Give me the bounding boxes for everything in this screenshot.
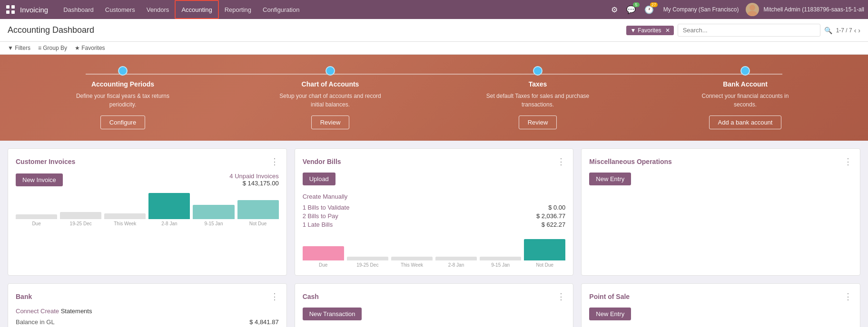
filter-tag: ▼ Favorites ✕: [626, 26, 673, 35]
page-title: Accounting Dashboard: [8, 25, 94, 35]
setup-steps: Accounting Periods Define your fiscal ye…: [19, 66, 849, 129]
chart-bar-5: [193, 205, 234, 219]
nav-accounting[interactable]: Accounting: [175, 0, 218, 19]
customer-invoices-menu[interactable]: ⋮: [270, 156, 279, 167]
balance-amount: $ 4,841.87: [249, 318, 278, 326]
vendor-bills-header: Vendor Bills ⋮: [303, 156, 566, 167]
favorites-button[interactable]: ★ Favorites: [75, 45, 105, 51]
chart-bar-1: [16, 214, 57, 219]
customer-invoices-chart: [16, 191, 279, 219]
vb-chart-bar-5: [480, 257, 521, 260]
review-accounts-button[interactable]: Review: [311, 115, 350, 129]
pagination: 1-7 / 7 ‹ ›: [836, 27, 860, 34]
vb-label-3: This Week: [391, 262, 433, 268]
review-taxes-button[interactable]: Review: [519, 115, 557, 129]
chat-badge: 5: [633, 2, 640, 7]
chart-label-3: This Week: [104, 221, 146, 226]
chart-label-1: Due: [16, 221, 57, 226]
prev-page-button[interactable]: ‹: [854, 27, 857, 34]
bills-to-pay-link[interactable]: 2 Bills to Pay: [303, 212, 338, 220]
nav-customers[interactable]: Customers: [99, 0, 141, 19]
point-of-sale-card: Point of Sale ⋮ New Entry: [581, 283, 860, 327]
bank-title: Bank: [16, 293, 32, 300]
vendor-bills-title: Vendor Bills: [303, 158, 341, 165]
bank-card: Bank ⋮ Connect Create Statements Balance…: [8, 283, 287, 327]
cash-card: Cash ⋮ New Transaction: [295, 283, 574, 327]
misc-operations-title: Miscellaneous Operations: [589, 158, 672, 165]
search-input[interactable]: [678, 24, 820, 37]
create-manually-link[interactable]: Create Manually: [303, 193, 348, 200]
late-bills-amount: $ 622.27: [542, 221, 566, 228]
configure-button[interactable]: Configure: [100, 115, 145, 129]
bank-create-link[interactable]: Create: [40, 308, 59, 315]
nav-dashboard[interactable]: Dashboard: [58, 0, 99, 19]
vb-label-4: 2-8 Jan: [435, 262, 477, 268]
filter-tag-label: Favorites: [638, 27, 661, 34]
chart-label-5: 9-15 Jan: [193, 221, 234, 226]
settings-button[interactable]: ⚙: [608, 3, 621, 16]
search-button[interactable]: 🔍: [824, 27, 832, 34]
cash-card-header: Cash ⋮: [303, 291, 566, 302]
filter-bar: ▼ Filters ≡ Group By ★ Favorites: [0, 42, 868, 55]
upload-button[interactable]: Upload: [303, 173, 335, 185]
bills-to-validate-amount: $ 0.00: [548, 204, 565, 211]
cards-row-1: Customer Invoices ⋮ New Invoice 4 Unpaid…: [8, 148, 860, 276]
vb-chart-bar-6: [524, 239, 565, 260]
svg-rect-1: [11, 5, 15, 9]
misc-operations-card: Miscellaneous Operations ⋮ New Entry: [581, 148, 860, 276]
bill-row-2: 2 Bills to Pay $ 2,036.77: [303, 212, 566, 220]
vb-label-2: 19-25 Dec: [347, 262, 388, 268]
unpaid-amount: $ 143,175.00: [229, 180, 278, 187]
new-invoice-button[interactable]: New Invoice: [16, 173, 63, 186]
pos-card-header: Point of Sale ⋮: [589, 291, 852, 302]
svg-rect-0: [6, 5, 10, 9]
bank-connect-link[interactable]: Connect: [16, 308, 39, 315]
step-2-desc: Setup your chart of accounts and record …: [278, 92, 383, 109]
bill-row-3: 1 Late Bills $ 622.27: [303, 221, 566, 228]
svg-point-4: [750, 5, 755, 10]
nav-configuration[interactable]: Configuration: [257, 0, 305, 19]
sub-header: Accounting Dashboard ▼ Favorites ✕ 🔍 1-7…: [0, 19, 868, 42]
step-taxes: Taxes Set default Taxes for sales and pu…: [485, 66, 590, 129]
user-name: Mitchell Admin (11838796-saas-15-1-all: [764, 6, 864, 13]
chart-label-4: 2-8 Jan: [148, 221, 190, 226]
balance-label: Balance in GL: [16, 318, 55, 326]
chat-icon-wrap: 💬 5: [623, 3, 639, 16]
late-bills-link[interactable]: 1 Late Bills: [303, 221, 333, 228]
add-bank-account-button[interactable]: Add a bank account: [709, 115, 782, 129]
pos-new-entry-button[interactable]: New Entry: [589, 308, 631, 320]
step-bank-account: Bank Account Connect your financial acco…: [693, 66, 798, 129]
activity-badge: 27: [650, 2, 658, 7]
cash-empty-content: [303, 320, 566, 327]
chart-bar-2: [60, 212, 101, 219]
bank-links: Connect Create Statements: [16, 308, 279, 315]
pos-menu[interactable]: ⋮: [844, 291, 852, 302]
nav-reporting[interactable]: Reporting: [219, 0, 257, 19]
step-1-title: Accounting Periods: [91, 80, 154, 88]
step-dot-4: [740, 66, 750, 76]
app-name: Invoicing: [20, 6, 48, 14]
filter-tag-close[interactable]: ✕: [665, 27, 670, 34]
step-4-desc: Connect your financial accounts in secon…: [693, 92, 798, 109]
misc-operations-menu[interactable]: ⋮: [844, 156, 852, 167]
user-avatar: [746, 3, 759, 16]
step-2-title: Chart of Accounts: [302, 80, 359, 88]
customer-invoices-header: Customer Invoices ⋮: [16, 156, 279, 167]
filter-tag-icon: ▼: [630, 27, 636, 34]
bills-to-validate-link[interactable]: 1 Bills to Validate: [303, 204, 350, 211]
nav-right: ⚙ 💬 5 🕐 27 My Company (San Francisco) Mi…: [608, 3, 864, 16]
nav-vendors[interactable]: Vendors: [141, 0, 175, 19]
step-3-desc: Set default Taxes for sales and purchase…: [485, 92, 590, 109]
step-4-title: Bank Account: [723, 80, 768, 88]
unpaid-invoices-link[interactable]: 4 Unpaid Invoices: [229, 173, 278, 180]
misc-new-entry-button[interactable]: New Entry: [589, 173, 631, 185]
next-page-button[interactable]: ›: [858, 27, 860, 34]
vendor-bills-menu[interactable]: ⋮: [557, 156, 565, 167]
filters-button[interactable]: ▼ Filters: [8, 45, 30, 51]
group-by-button[interactable]: ≡ Group By: [38, 45, 67, 51]
setup-banner: Accounting Periods Define your fiscal ye…: [0, 55, 868, 141]
new-transaction-button[interactable]: New Transaction: [303, 308, 362, 320]
misc-empty-content: [589, 185, 852, 223]
bank-menu[interactable]: ⋮: [270, 291, 279, 302]
cash-menu[interactable]: ⋮: [557, 291, 565, 302]
